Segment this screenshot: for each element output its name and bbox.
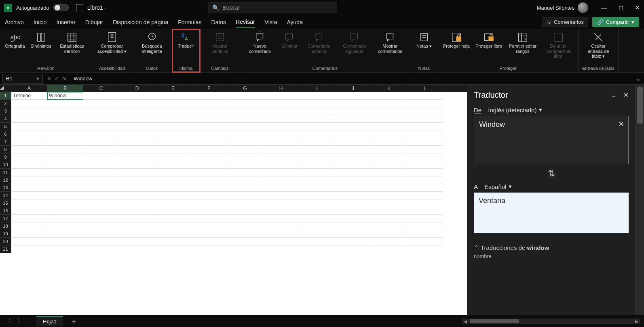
cell-K3[interactable] — [371, 107, 407, 115]
to-language-selector[interactable]: A Español ▾ — [474, 183, 629, 190]
cell-C4[interactable] — [83, 115, 119, 123]
cell-J9[interactable] — [335, 153, 371, 161]
cell-D17[interactable] — [119, 215, 155, 222]
cell-E10[interactable] — [155, 161, 191, 169]
cell-K17[interactable] — [371, 215, 407, 222]
cell-I13[interactable] — [299, 184, 335, 192]
cell-I11[interactable] — [299, 169, 335, 176]
fx-icon[interactable]: fx — [62, 75, 66, 82]
cell-L2[interactable] — [407, 100, 443, 107]
cell-G4[interactable] — [227, 115, 263, 123]
cell-F6[interactable] — [191, 130, 227, 138]
cell-L19[interactable] — [407, 230, 443, 238]
cell-H11[interactable] — [263, 169, 299, 176]
prev-sheet-button[interactable]: 〈 — [5, 317, 11, 325]
cell-F21[interactable] — [191, 245, 227, 253]
cell-H18[interactable] — [263, 222, 299, 230]
cell-D7[interactable] — [119, 138, 155, 146]
cell-F9[interactable] — [191, 153, 227, 161]
cell-B4[interactable] — [47, 115, 83, 123]
cell-C6[interactable] — [83, 130, 119, 138]
cell-I14[interactable] — [299, 192, 335, 199]
cell-G8[interactable] — [227, 146, 263, 153]
row-header-20[interactable]: 20 — [0, 238, 11, 245]
tab-insertar[interactable]: Insertar — [56, 17, 75, 28]
cell-C8[interactable] — [83, 146, 119, 153]
cell-A9[interactable] — [11, 153, 47, 161]
alloweditranges-button[interactable]: Permitir editar rangos — [505, 31, 540, 55]
cell-K10[interactable] — [371, 161, 407, 169]
cell-B2[interactable] — [47, 100, 83, 107]
cell-G15[interactable] — [227, 199, 263, 207]
cell-L8[interactable] — [407, 146, 443, 153]
cell-F4[interactable] — [191, 115, 227, 123]
col-header-H[interactable]: H — [263, 85, 299, 92]
col-header-G[interactable]: G — [227, 85, 263, 92]
protectsheet-button[interactable]: Proteger hoja — [441, 31, 472, 50]
cell-B17[interactable] — [47, 215, 83, 222]
cell-D9[interactable] — [119, 153, 155, 161]
cell-H15[interactable] — [263, 199, 299, 207]
cell-I6[interactable] — [299, 130, 335, 138]
col-header-L[interactable]: L — [407, 85, 443, 92]
cell-E12[interactable] — [155, 176, 191, 184]
cell-F17[interactable] — [191, 215, 227, 222]
cell-H1[interactable] — [263, 92, 299, 100]
cell-A11[interactable] — [11, 169, 47, 176]
cell-I19[interactable] — [299, 230, 335, 238]
cell-B12[interactable] — [47, 176, 83, 184]
cell-C11[interactable] — [83, 169, 119, 176]
target-text-box[interactable]: Ventana — [474, 193, 629, 233]
cell-H5[interactable] — [263, 123, 299, 130]
cell-K18[interactable] — [371, 222, 407, 230]
cell-H8[interactable] — [263, 146, 299, 153]
cell-J16[interactable] — [335, 207, 371, 215]
row-header-4[interactable]: 4 — [0, 115, 11, 123]
cell-G13[interactable] — [227, 184, 263, 192]
save-icon[interactable] — [76, 4, 83, 11]
cell-C9[interactable] — [83, 153, 119, 161]
cell-H17[interactable] — [263, 215, 299, 222]
cell-J8[interactable] — [335, 146, 371, 153]
add-sheet-button[interactable]: ＋ — [70, 317, 78, 326]
accept-formula-icon[interactable]: ✓ — [55, 75, 59, 82]
cell-I17[interactable] — [299, 215, 335, 222]
cell-K11[interactable] — [371, 169, 407, 176]
row-header-16[interactable]: 16 — [0, 207, 11, 215]
accessibility-button[interactable]: Comprobar accesibilidad ▾ — [95, 31, 129, 55]
account-button[interactable]: Manuel Sifontes — [537, 2, 588, 13]
stats-button[interactable]: Estadísticas del libro — [55, 31, 89, 55]
cell-C15[interactable] — [83, 199, 119, 207]
row-header-12[interactable]: 12 — [0, 176, 11, 184]
cell-E3[interactable] — [155, 107, 191, 115]
cell-H20[interactable] — [263, 238, 299, 245]
cell-J12[interactable] — [335, 176, 371, 184]
cell-L13[interactable] — [407, 184, 443, 192]
cell-D4[interactable] — [119, 115, 155, 123]
cell-B13[interactable] — [47, 184, 83, 192]
cell-K7[interactable] — [371, 138, 407, 146]
cell-I4[interactable] — [299, 115, 335, 123]
cell-A3[interactable] — [11, 107, 47, 115]
cell-F7[interactable] — [191, 138, 227, 146]
cell-B9[interactable] — [47, 153, 83, 161]
cell-B1[interactable]: Window — [47, 92, 83, 100]
cell-C17[interactable] — [83, 215, 119, 222]
cell-H6[interactable] — [263, 130, 299, 138]
cell-B11[interactable] — [47, 169, 83, 176]
cell-L11[interactable] — [407, 169, 443, 176]
cell-L21[interactable] — [407, 245, 443, 253]
cell-I8[interactable] — [299, 146, 335, 153]
cell-H3[interactable] — [263, 107, 299, 115]
cell-K13[interactable] — [371, 184, 407, 192]
cell-C21[interactable] — [83, 245, 119, 253]
row-header-8[interactable]: 8 — [0, 146, 11, 153]
protectbook-button[interactable]: Proteger libro — [473, 31, 505, 50]
cell-A13[interactable] — [11, 184, 47, 192]
cell-L18[interactable] — [407, 222, 443, 230]
cell-D21[interactable] — [119, 245, 155, 253]
tab-ayuda[interactable]: Ayuda — [287, 17, 302, 28]
cell-J13[interactable] — [335, 184, 371, 192]
cell-B18[interactable] — [47, 222, 83, 230]
cell-C1[interactable] — [83, 92, 119, 100]
